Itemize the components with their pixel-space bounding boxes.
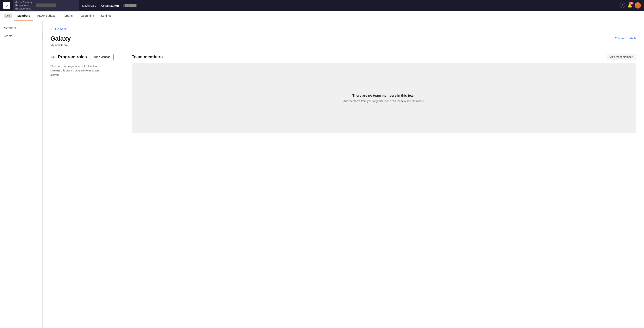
- subnav-attack-surface[interactable]: Attack surface: [34, 11, 59, 20]
- navbar-right: ? 🔔 131: [620, 2, 641, 8]
- search-divider: [36, 3, 56, 7]
- edit-team-link[interactable]: Edit team details: [615, 36, 636, 40]
- page-area: ← Go back Galaxy Edit team details My ne…: [42, 21, 644, 328]
- notif-badge: 131: [629, 2, 634, 4]
- two-col-layout: ➜ Program roles Add / Manage There are n…: [50, 54, 636, 133]
- sub-navbar: Org Members Attack surface Reports Accou…: [0, 11, 644, 21]
- empty-team-title: There are no team members in this team: [352, 94, 416, 98]
- top-nav: Dashboard Organization ██████: [82, 4, 617, 7]
- nav-dashboard[interactable]: Dashboard: [82, 4, 96, 7]
- team-header: Galaxy Edit team details: [50, 35, 636, 42]
- sidebar-item-members[interactable]: Members: [0, 24, 42, 32]
- add-team-member-button[interactable]: Add team member: [606, 54, 636, 60]
- team-members-section: Team members Add team member There are n…: [132, 54, 636, 133]
- logo: b: [3, 2, 10, 9]
- org-badge: Org: [4, 13, 12, 18]
- org-label: ██████: [124, 4, 137, 7]
- go-back-label: Go back: [55, 27, 67, 31]
- add-manage-button[interactable]: Add / Manage: [90, 54, 114, 60]
- team-members-header: Team members Add team member: [132, 54, 636, 60]
- program-roles-header: ➜ Program roles Add / Manage: [50, 54, 124, 60]
- team-name: Galaxy: [50, 35, 71, 42]
- team-description: My new team: [50, 43, 636, 47]
- sidebar-item-teams[interactable]: Teams: [0, 32, 42, 40]
- chevron-down-icon: ▾: [57, 4, 77, 7]
- program-roles-section: ➜ Program roles Add / Manage There are n…: [50, 54, 124, 77]
- empty-team-subtitle: Add members from your organization to th…: [343, 99, 424, 103]
- go-back-link[interactable]: ← Go back: [50, 27, 67, 31]
- team-members-title: Team members: [132, 54, 163, 59]
- nav-organization[interactable]: Organization: [101, 4, 119, 7]
- top-navbar: b Go to Security Program or Engagement ▾…: [0, 0, 644, 11]
- main-content: Members Teams ← Go back Galaxy Edit team…: [0, 21, 644, 328]
- subnav-members[interactable]: Members: [14, 11, 33, 20]
- help-button[interactable]: ?: [620, 3, 625, 8]
- subnav-reports[interactable]: Reports: [60, 11, 76, 20]
- avatar[interactable]: [635, 2, 641, 8]
- no-roles-text: There are no program roles for this team…: [50, 64, 124, 77]
- arrow-indicator-icon: ➜: [50, 54, 55, 60]
- empty-team-box: There are no team members in this team A…: [132, 63, 636, 133]
- notifications-button[interactable]: 🔔 131: [628, 3, 632, 8]
- back-arrow-icon: ←: [50, 27, 54, 31]
- search-text: Go to Security Program or Engagement: [15, 1, 35, 10]
- sidebar: Members Teams: [0, 21, 42, 328]
- subnav-settings[interactable]: Settings: [98, 11, 114, 20]
- subnav-accounting[interactable]: Accounting: [76, 11, 97, 20]
- program-roles-title: Program roles: [58, 54, 87, 59]
- global-search[interactable]: Go to Security Program or Engagement ▾: [13, 0, 79, 11]
- help-icon: ?: [622, 4, 623, 7]
